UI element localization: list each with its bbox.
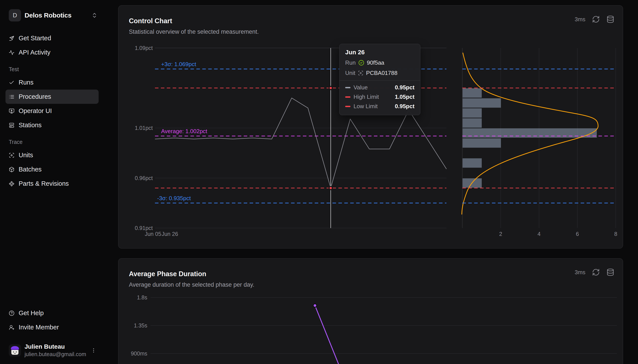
low-limit-swatch [345,106,350,107]
chevrons-up-down-icon [91,12,98,18]
tooltip-run-label: Run [345,59,356,66]
hovered-point [329,86,332,90]
control-chart-plot[interactable]: 1.09pct1.01pct0.96pct0.91pct2468Jun 05Ju… [119,6,623,248]
workspace-name: Delos Robotics [25,12,88,19]
sidebar-item-label: Procedures [19,93,51,100]
hist-x-tick-label: 8 [614,231,617,237]
sidebar-item-batches[interactable]: Batches [6,162,99,176]
section-label-trace: Trace [9,138,98,146]
y-tick-label: 1.35s [134,322,147,328]
value-swatch [345,87,350,88]
workspace-switcher[interactable]: D Delos Robotics [9,9,98,22]
user-menu[interactable]: Julien Buteau julien.buteau@gmail.com [9,343,98,358]
sidebar-item-api-activity[interactable]: API Activity [6,45,99,60]
tooltip-low-limit-row: Low Limit 0.95pct [345,103,414,110]
sidebar-item-get-help[interactable]: Get Help [6,306,99,320]
sidebar-item-invite-member[interactable]: Invite Member [6,320,99,334]
list-icon [9,94,15,100]
user-email: julien.buteau@gmail.com [25,351,86,358]
sidebar-item-label: Units [19,152,33,159]
sidebar-nav: Get Started API Activity Test Runs Proce… [9,31,98,191]
tooltip-row-value: 1.05pct [395,94,414,100]
hist-x-tick-label: 2 [499,231,502,237]
sidebar-item-units[interactable]: Units [6,148,99,162]
sidebar-item-label: Runs [19,79,34,86]
sidebar-footer: Get Help Invite Member Julien Buteau jul… [9,306,98,364]
sidebar-item-label: Invite Member [19,324,59,331]
histogram-bar [463,88,482,98]
circle-help-icon [9,310,15,316]
user-name: Julien Buteau [25,343,86,350]
hovered-point [329,186,332,190]
section-label-test: Test [9,65,98,73]
histogram-bar [463,108,482,118]
x-tick-label: Jun 26 [162,231,178,237]
tooltip-high-limit-row: High Limit 1.05pct [345,94,414,100]
activity-icon [9,50,15,56]
sidebar-item-label: Operator UI [19,107,52,114]
histogram-bar [463,158,482,168]
histogram-bar [463,98,501,108]
paper-plane-icon [9,36,15,41]
sidebar-item-label: Batches [19,166,42,173]
x-tick-label: Jun 05 [145,231,161,237]
sidebar-item-stations[interactable]: Stations [6,118,99,132]
tooltip-unit-label: Unit [345,70,355,76]
y-tick-label: 0.96pct [135,175,153,181]
package-icon [9,167,15,172]
sidebar-item-label: Stations [19,122,42,129]
scan-icon [9,152,15,158]
histogram-bar [463,138,501,148]
reference-line-label: +3σ: 1.069pct [161,61,196,68]
scan-icon [358,70,363,76]
monitor-play-icon [9,108,15,114]
y-tick-label: 1.01pct [135,125,153,131]
phase-duration-plot[interactable]: 1.8s1.35s900ms [119,259,623,364]
main-content: Control Chart Statistical overview of th… [104,0,638,364]
sidebar-item-get-started[interactable]: Get Started [6,31,99,45]
sidebar-item-label: Get Started [19,34,51,42]
sidebar: D Delos Robotics Get Started API Activit… [0,0,104,364]
tooltip-value-row: Value 0.95pct [345,84,414,91]
sidebar-item-procedures[interactable]: Procedures [6,90,99,104]
sidebar-item-runs[interactable]: Runs [6,75,99,90]
phase-duration-card: Average Phase Duration Average duration … [118,258,623,364]
stations-icon [9,122,15,128]
tooltip-date: Jun 26 [345,49,414,56]
histogram-bar [463,118,482,128]
reference-line-label: Average: 1.002pct [161,128,207,134]
hist-x-tick-label: 6 [576,231,579,237]
tooltip-unit-id: PCBA01788 [366,70,397,76]
sidebar-item-operator-ui[interactable]: Operator UI [6,104,99,118]
chart-tooltip: Jun 26 Run 90f5aa Unit PCBA01788 Value 0… [339,44,420,115]
tooltip-row-label: High Limit [354,94,392,100]
tooltip-row-value: 0.95pct [395,84,414,91]
y-tick-label: 1.8s [137,294,147,300]
tooltip-run-row: Run 90f5aa [345,59,414,66]
y-tick-label: 0.91pct [135,225,153,231]
tooltip-row-value: 0.95pct [395,103,414,110]
component-icon [9,181,15,186]
reference-line-label: -3σ: 0.935pct [157,195,191,202]
sidebar-item-label: Get Help [19,310,44,317]
y-tick-label: 900ms [131,350,147,356]
sidebar-item-label: Parts & Revisions [19,180,69,187]
workspace-avatar: D [9,9,21,22]
circle-check-icon [358,60,364,66]
control-chart-card: Control Chart Statistical overview of th… [118,5,623,248]
tooltip-row-label: Value [354,84,392,91]
user-menu-dots-icon[interactable] [90,345,98,356]
tooltip-run-id: 90f5aa [367,59,384,66]
hist-x-tick-label: 4 [538,231,541,237]
check-icon [9,80,15,86]
high-limit-swatch [345,96,350,98]
sidebar-item-parts-revisions[interactable]: Parts & Revisions [6,176,99,191]
phase-duration-line [315,306,339,364]
tooltip-unit-row: Unit PCBA01788 [345,70,414,76]
user-plus-icon [9,324,15,330]
sidebar-item-label: API Activity [19,49,51,56]
y-tick-label: 1.09pct [135,45,153,51]
tooltip-row-label: Low Limit [354,103,392,110]
phase-duration-point [313,304,317,307]
user-meta: Julien Buteau julien.buteau@gmail.com [25,343,86,358]
